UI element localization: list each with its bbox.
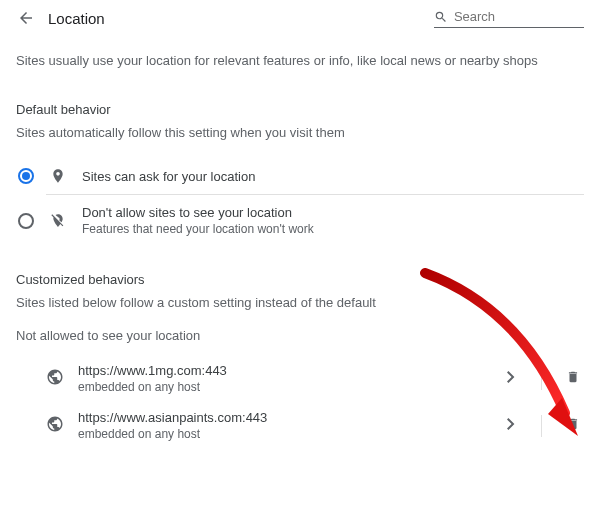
option-block-label: Don't allow sites to see your location [82, 205, 314, 220]
site-url: https://www.asianpaints.com:443 [78, 410, 487, 425]
page-title: Location [48, 10, 105, 27]
arrow-left-icon [17, 9, 35, 27]
default-behavior-title: Default behavior [16, 102, 584, 117]
site-sub: embedded on any host [78, 380, 487, 394]
trash-icon [566, 369, 580, 385]
blocked-section-title: Not allowed to see your location [16, 328, 584, 343]
trash-icon [566, 416, 580, 432]
expand-button[interactable] [501, 371, 521, 386]
intro-text: Sites usually use your location for rele… [16, 52, 584, 70]
option-ask-label: Sites can ask for your location [82, 169, 255, 184]
globe-icon [46, 415, 64, 436]
radio-ask[interactable] [18, 168, 34, 184]
back-button[interactable] [16, 8, 36, 28]
site-row: https://www.1mg.com:443 embedded on any … [16, 355, 584, 402]
chevron-right-icon [507, 418, 515, 430]
search-icon [434, 9, 448, 25]
site-row: https://www.asianpaints.com:443 embedded… [16, 402, 584, 449]
location-off-icon [48, 213, 68, 229]
customized-title: Customized behaviors [16, 272, 584, 287]
site-sub: embedded on any host [78, 427, 487, 441]
option-block[interactable]: Don't allow sites to see your location F… [16, 195, 584, 246]
search-field[interactable] [434, 9, 584, 28]
location-icon [48, 168, 68, 184]
customized-sub: Sites listed below follow a custom setti… [16, 295, 584, 310]
expand-button[interactable] [501, 418, 521, 433]
delete-button[interactable] [562, 416, 584, 435]
option-block-sub: Features that need your location won't w… [82, 222, 314, 236]
default-behavior-sub: Sites automatically follow this setting … [16, 125, 584, 140]
search-input[interactable] [454, 9, 584, 24]
site-url: https://www.1mg.com:443 [78, 363, 487, 378]
radio-block[interactable] [18, 213, 34, 229]
option-ask[interactable]: Sites can ask for your location [16, 158, 584, 194]
chevron-right-icon [507, 371, 515, 383]
delete-button[interactable] [562, 369, 584, 388]
globe-icon [46, 368, 64, 389]
